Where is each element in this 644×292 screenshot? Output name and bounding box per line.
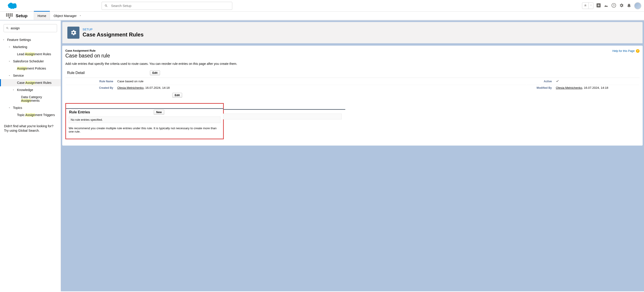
tree-label: Data Category Assignments — [21, 95, 42, 102]
chevron-down-icon — [8, 60, 11, 63]
tree-leaf-case-assignment[interactable]: Case Assignment Rules — [0, 79, 61, 86]
tree-label: Case Assignment Rules — [17, 81, 52, 84]
app-launcher-icon[interactable] — [6, 12, 13, 19]
tree-label: Service — [13, 74, 24, 77]
trailhead-icon[interactable] — [604, 3, 609, 8]
favorites-combo[interactable] — [582, 2, 594, 9]
global-search-container — [102, 2, 232, 10]
chevron-down-icon — [2, 38, 5, 41]
help-icon[interactable]: ? — [611, 3, 616, 8]
tree-leaf-lead-assignment[interactable]: Lead Assignment Rules — [0, 50, 61, 58]
tree-label: Feature Settings — [7, 38, 31, 41]
tree-leaf-assignment-policies[interactable]: Assignment Policies — [0, 65, 61, 72]
global-search-input[interactable] — [111, 4, 229, 7]
tree-label: Marketing — [13, 45, 27, 49]
edit-button-bottom[interactable]: Edit — [172, 93, 182, 98]
gear-icon — [67, 27, 80, 39]
chevron-down-icon[interactable] — [77, 14, 82, 18]
content-card: Case Assignment Rule Case based on rule … — [62, 46, 643, 146]
created-by-label: Created By — [66, 85, 115, 91]
modified-by-value: Olesia Melnichenko, 16.07.2024, 14:18 — [554, 85, 639, 91]
global-header: ? — [0, 0, 644, 12]
help-link-text: Help for this Page — [612, 49, 634, 52]
salesforce-logo[interactable] — [4, 2, 16, 10]
tree-leaf-data-category[interactable]: Data Category Assignments — [0, 93, 61, 104]
tree-node-marketing[interactable]: Marketing — [0, 43, 61, 50]
tree-node-scheduler[interactable]: Salesforce Scheduler — [0, 58, 61, 65]
svg-text:?: ? — [613, 4, 615, 7]
rule-entries-title: Rule Entries — [69, 110, 154, 114]
tree-label: Assignment Policies — [17, 67, 46, 70]
rule-detail-title: Rule Detail — [67, 71, 150, 75]
tree-node-feature-settings[interactable]: Feature Settings — [0, 36, 61, 43]
chevron-down-icon — [8, 74, 11, 77]
rule-name-label: Rule Name — [66, 78, 115, 84]
modified-by-user-link[interactable]: Olesia Melnichenko — [556, 86, 582, 89]
edit-button[interactable]: Edit — [150, 70, 160, 75]
tab-label: Object Manager — [54, 14, 76, 18]
header-actions: ? — [582, 2, 641, 9]
no-entries-message: No rule entries specified. — [69, 116, 220, 123]
tree-label: Topic Assignment Triggers — [17, 113, 55, 117]
tab-home[interactable]: Home — [34, 11, 50, 20]
tree-node-topics[interactable]: Topics — [0, 104, 61, 111]
created-by-value: Olesia Melnichenko, 16.07.2024, 14:18 — [116, 85, 526, 91]
help-link[interactable]: Help for this Page ? — [612, 49, 640, 53]
tab-label: Home — [38, 14, 46, 18]
chevron-down-icon — [8, 45, 11, 48]
active-label: Active — [527, 78, 554, 84]
quick-find-input[interactable] — [11, 26, 54, 30]
chevron-down-icon — [8, 106, 11, 109]
modified-by-label: Modified By — [527, 85, 554, 91]
tab-object-manager[interactable]: Object Manager — [50, 11, 85, 20]
rule-entries-highlighted: Rule Entries New No rule entries specifi… — [65, 103, 224, 139]
quick-find[interactable] — [4, 24, 57, 32]
rule-name-value: Case based on rule — [116, 78, 526, 84]
created-by-user-link[interactable]: Olesia Melnichenko — [117, 86, 144, 89]
page-description: Add rule entries that specify the criter… — [65, 62, 640, 65]
add-icon[interactable] — [596, 3, 601, 8]
tree-label: Topics — [13, 106, 22, 110]
empty-row-overflow — [223, 114, 342, 119]
notifications-icon[interactable] — [626, 3, 632, 8]
search-icon — [6, 27, 9, 30]
object-name: Case based on rule — [65, 53, 110, 59]
tree-label: Lead Assignment Rules — [17, 52, 51, 56]
recommendation-text: We recommend you create multiple rule en… — [69, 127, 220, 133]
breadcrumb: SETUP — [82, 28, 144, 31]
tree-leaf-topic-triggers[interactable]: Topic Assignment Triggers — [0, 111, 61, 118]
rule-detail-table: Rule Name Case based on rule Active Crea… — [65, 78, 640, 91]
chevron-down-icon[interactable] — [589, 3, 593, 9]
checkmark-icon — [556, 80, 559, 83]
tree-node-service[interactable]: Service — [0, 72, 61, 79]
chevron-down-icon — [12, 88, 15, 91]
global-search[interactable] — [102, 2, 232, 10]
user-avatar[interactable] — [634, 2, 641, 9]
setup-tree: Feature Settings Marketing Lead Assignme… — [0, 36, 61, 118]
tree-label: Knowledge — [17, 88, 33, 92]
setup-gear-icon[interactable] — [619, 3, 624, 8]
object-type-label: Case Assignment Rule — [65, 49, 110, 52]
setup-sidebar: Feature Settings Marketing Lead Assignme… — [0, 20, 61, 291]
rule-detail-section-header: Rule Detail Edit — [65, 69, 640, 76]
star-icon[interactable] — [582, 3, 589, 9]
footer-text-1: Didn't find what you're looking for? — [4, 124, 56, 128]
page-title: Case Assignment Rules — [82, 31, 144, 38]
footer-text-2: Try using Global Search. — [4, 128, 56, 133]
app-name: Setup — [16, 13, 28, 18]
search-icon — [104, 4, 108, 7]
tree-node-knowledge[interactable]: Knowledge — [0, 86, 61, 93]
context-bar: Setup Home Object Manager — [0, 12, 644, 20]
divider-overflow — [223, 109, 345, 110]
new-button[interactable]: New — [154, 110, 164, 115]
sidebar-footer: Didn't find what you're looking for? Try… — [0, 118, 61, 133]
page-header: SETUP Case Assignment Rules — [62, 22, 643, 43]
main-content: SETUP Case Assignment Rules Case Assignm… — [61, 20, 644, 291]
tree-label: Salesforce Scheduler — [13, 59, 44, 63]
help-icon: ? — [636, 49, 640, 53]
rule-entries-header: Rule Entries New — [66, 108, 223, 115]
